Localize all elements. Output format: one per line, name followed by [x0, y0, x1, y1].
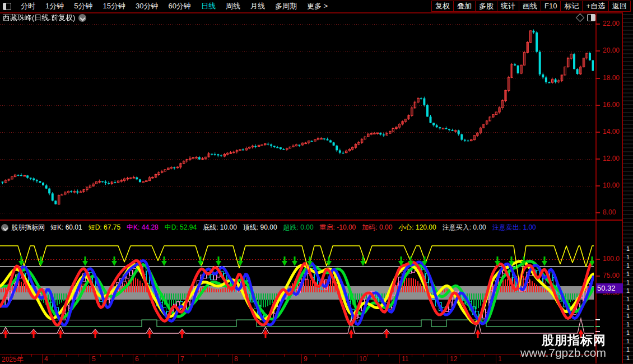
strip-glyph: 1 — [623, 287, 633, 295]
toolbar-button-F10[interactable]: F10 — [541, 1, 561, 12]
toolbar-button-叠加[interactable]: 叠加 — [454, 1, 476, 12]
minor-tick — [156, 354, 156, 357]
indicator-item-加码: 加码: 0.00 — [362, 223, 392, 231]
main-candlestick-chart[interactable] — [0, 17, 594, 220]
sub-chart-value-badge: 50.32 — [596, 283, 623, 293]
toolbar-button-画线[interactable]: 画线 — [519, 1, 541, 12]
sub-axis-line-end-tick — [595, 319, 600, 320]
minor-tick — [389, 354, 389, 357]
minor-tick — [378, 354, 379, 357]
month-divider — [90, 354, 90, 363]
indicator-item-注意买入: 注意买入: 0.00 — [443, 223, 486, 231]
month-label: 12 — [450, 355, 457, 363]
title-collapse-chevron-icon[interactable] — [78, 14, 86, 22]
strip-glyph: 1 — [623, 262, 633, 270]
toolbar-item-月线[interactable]: 月线 — [250, 1, 265, 11]
minor-tick — [21, 354, 22, 357]
toolbar-item-60分钟[interactable]: 60分钟 — [168, 1, 190, 11]
minor-tick — [192, 354, 192, 357]
toolbar-item-多周期[interactable]: 多周期 — [275, 1, 297, 11]
month-label: 7 — [180, 355, 184, 363]
indicator-item-中K: 中K: 44.28 — [127, 223, 159, 231]
strip-glyph: 1 — [623, 346, 633, 354]
month-label: 4 — [44, 355, 48, 363]
minor-tick — [343, 354, 343, 357]
minor-tick — [423, 354, 424, 357]
toolbar-item-周线[interactable]: 周线 — [226, 1, 240, 11]
indicator-item-小心: 小心: 120.00 — [398, 223, 436, 231]
indicator-item-超跌: 超跌: 0.00 — [283, 223, 314, 231]
month-divider — [399, 354, 400, 363]
strip-glyph: 1 — [623, 278, 633, 287]
month-label: 9 — [304, 355, 308, 363]
toolbar-button-标记[interactable]: 标记 — [561, 1, 583, 12]
month-divider — [448, 354, 448, 363]
minor-tick — [472, 354, 472, 357]
indicator-item-顶线: 顶线: 90.00 — [243, 223, 277, 231]
toolbar-item-日线[interactable]: 日线 — [201, 1, 216, 11]
indicator-source-label: 股朋指标网 — [11, 223, 45, 232]
indicator-item-底线: 底线: 10.00 — [203, 223, 237, 231]
toolbar-button-多股[interactable]: 多股 — [476, 1, 497, 12]
strip-glyph: 1 — [623, 337, 633, 346]
minor-tick — [436, 354, 436, 357]
oscillator-panel-chart[interactable] — [0, 234, 594, 354]
minor-tick — [249, 354, 250, 357]
watermark-site-name: 股朋指标网 — [520, 334, 606, 347]
toolbar-item-15分钟[interactable]: 15分钟 — [103, 1, 125, 11]
minor-tick — [144, 354, 145, 357]
toolbar-left-items: 分时1分钟5分钟15分钟30分钟60分钟日线周线月线多周期更多 > — [16, 1, 333, 11]
trading-app-window: 分时1分钟5分钟15分钟30分钟60分钟日线周线月线多周期更多 > 复权叠加多股… — [0, 0, 633, 364]
minor-tick — [367, 354, 368, 357]
minor-tick — [412, 354, 412, 357]
toolbar-item-更多 >[interactable]: 更多 > — [307, 1, 328, 11]
strip-glyph: 1 — [623, 245, 633, 253]
chart-gadget-icons — [577, 14, 595, 21]
month-divider — [178, 354, 179, 363]
month-divider — [133, 354, 133, 363]
minor-tick — [284, 354, 285, 357]
month-label: 11 — [402, 355, 408, 363]
strip-glyph: 1 — [623, 312, 633, 320]
strip-glyph: 1 — [623, 320, 633, 329]
toolbar-item-1分钟[interactable]: 1分钟 — [45, 1, 64, 11]
indicator-item-注意卖出: 注意卖出: 1.00 — [492, 223, 536, 231]
indicator-header: 股朋指标网 短K: 60.01短D: 67.75中K: 44.28中D: 52.… — [1, 222, 594, 232]
diamond-icon[interactable] — [576, 13, 585, 22]
indicator-item-短D: 短D: 67.75 — [89, 223, 120, 231]
window-pane-icon[interactable] — [3, 3, 11, 10]
month-label: 1 — [498, 355, 502, 363]
minor-tick — [167, 354, 167, 357]
year-label: 2025年 — [2, 355, 24, 364]
month-label: 10 — [359, 355, 366, 363]
month-divider — [42, 354, 43, 363]
pane-toggle-icon[interactable] — [587, 14, 595, 21]
minor-tick — [78, 354, 78, 357]
sub-chart-axis: 100.075.00 — [595, 0, 622, 364]
minor-tick — [100, 354, 101, 357]
watermark-url: www.7gpzb.com — [520, 347, 606, 359]
toolbar-item-30分钟[interactable]: 30分钟 — [136, 1, 158, 11]
right-strip-digits: 11111111111111 — [623, 245, 633, 362]
month-label: 5 — [92, 355, 96, 363]
symbol-title: 西藏珠峰(日线.前复权) — [3, 13, 75, 23]
minor-tick — [31, 354, 32, 357]
month-label: 8 — [234, 355, 238, 363]
toolbar-button-复权[interactable]: 复权 — [431, 1, 454, 12]
indicator-collapse-chevron-icon[interactable] — [1, 224, 8, 231]
indicator-item-重启: 重启: -10.00 — [320, 223, 356, 231]
right-edge-strip[interactable]: 11111111111111 — [623, 12, 633, 364]
sub-axis-tick — [595, 276, 600, 277]
toolbar-item-分时[interactable]: 分时 — [21, 1, 35, 11]
toolbar-item-5分钟[interactable]: 5分钟 — [74, 1, 92, 11]
toolbar-button-统计[interactable]: 统计 — [497, 1, 519, 12]
watermark: 股朋指标网 www.7gpzb.com — [520, 334, 606, 359]
month-divider — [232, 354, 232, 363]
panel-separator-line — [0, 220, 633, 221]
indicator-item-中D: 中D: 52.94 — [165, 223, 197, 231]
minor-tick — [205, 354, 206, 357]
date-axis[interactable]: 2025年 4567891011121 — [0, 354, 595, 364]
strip-glyph: 1 — [623, 329, 633, 337]
sub-axis-line-end-tick — [595, 331, 600, 332]
indicator-item-短K: 短K: 60.01 — [50, 223, 82, 231]
